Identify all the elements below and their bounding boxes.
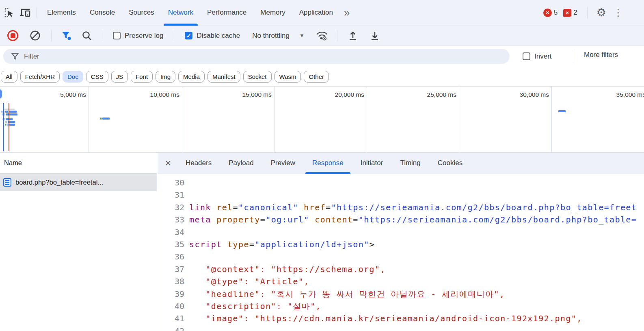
request-waterfall-bar[interactable]: [9, 111, 17, 113]
request-waterfall-bar[interactable]: [5, 111, 8, 113]
toolbar-divider: [174, 30, 174, 41]
code-line: 34: [158, 226, 644, 238]
tab-payload[interactable]: Payload: [220, 152, 262, 174]
tab-application[interactable]: Application: [292, 0, 340, 26]
code-line: 33meta property="og:url" content="https:…: [158, 213, 644, 226]
code-line: 39 "headline": "혹시 누가 똥 싸서 막힌건 아닐까요 - 세리…: [158, 288, 644, 300]
inspect-element-icon[interactable]: [2, 6, 16, 20]
tab-cookies[interactable]: Cookies: [429, 152, 471, 174]
response-code[interactable]: 303132link rel="canonical" href="https:/…: [158, 174, 644, 331]
line-number: 33: [158, 213, 184, 226]
issues-count: 2: [573, 9, 577, 17]
close-detail-icon[interactable]: ✕: [158, 159, 177, 168]
device-toolbar-icon[interactable]: [19, 6, 32, 20]
error-icon: ✕: [543, 9, 552, 17]
chip-wasm[interactable]: Wasm: [274, 71, 301, 83]
chip-img[interactable]: Img: [156, 71, 175, 83]
name-column-header[interactable]: Name: [0, 152, 157, 174]
chip-all[interactable]: All: [1, 71, 17, 83]
tab-preview[interactable]: Preview: [262, 152, 304, 174]
chip-font[interactable]: Font: [131, 71, 153, 83]
line-number: 39: [158, 288, 184, 300]
toolbar-divider: [37, 7, 37, 18]
code-text: "@context": "https://schema.org",: [189, 263, 386, 275]
line-number: 31: [158, 189, 184, 201]
code-line: 32link rel="canonical" href="https://ser…: [158, 201, 644, 213]
tab-response[interactable]: Response: [304, 152, 352, 174]
tab-headers[interactable]: Headers: [177, 152, 220, 174]
devtools-main-toolbar: Elements Console Sources Network Perform…: [0, 0, 644, 26]
timeline-gridline: [551, 87, 552, 152]
export-har-icon[interactable]: [369, 30, 380, 41]
tab-timing[interactable]: Timing: [391, 152, 429, 174]
tab-network[interactable]: Network: [161, 0, 200, 26]
request-row-selected[interactable]: board.php?bo_table=freetal...: [0, 174, 157, 191]
tab-sources[interactable]: Sources: [122, 0, 161, 26]
disable-cache-checkbox[interactable]: ✓: [185, 32, 192, 39]
code-line: 35script type="application/ld+json">: [158, 238, 644, 250]
tab-console[interactable]: Console: [83, 0, 122, 26]
request-waterfall-bar[interactable]: [5, 121, 7, 123]
more-filters-button[interactable]: More filters: [584, 51, 618, 59]
request-waterfall-bar[interactable]: [5, 124, 6, 126]
timeline-overview[interactable]: 5,000 ms10,000 ms15,000 ms20,000 ms25,00…: [0, 87, 644, 152]
chip-fetch-xhr[interactable]: Fetch/XHR: [20, 71, 60, 83]
requests-panel: Name board.php?bo_table=freetal...: [0, 152, 157, 331]
request-waterfall-bar[interactable]: [558, 110, 566, 112]
tab-elements[interactable]: Elements: [40, 0, 83, 26]
code-text: script type="application/ld+json">: [189, 238, 375, 250]
chip-doc[interactable]: Doc: [63, 71, 83, 83]
chip-media[interactable]: Media: [178, 71, 205, 83]
throttling-select[interactable]: No throttling ▼: [252, 32, 305, 40]
dom-content-loaded-line: [3, 103, 4, 151]
invert-checkbox[interactable]: [523, 52, 530, 60]
preserve-log-checkbox[interactable]: [113, 32, 121, 39]
tab-initiator[interactable]: Initiator: [352, 152, 392, 174]
invert-label[interactable]: Invert: [534, 52, 552, 61]
chip-other[interactable]: Other: [304, 71, 329, 83]
preserve-log-label[interactable]: Preserve log: [125, 32, 163, 40]
search-icon[interactable]: [82, 30, 92, 41]
chip-js[interactable]: JS: [111, 71, 128, 83]
import-har-icon[interactable]: [347, 30, 359, 41]
timeline-tick-label: 5,000 ms: [21, 91, 86, 98]
record-network-log-button[interactable]: [7, 30, 18, 41]
line-number: 37: [158, 263, 184, 275]
code-text: link rel="canonical" href="https://serie…: [189, 201, 637, 213]
disable-cache-label[interactable]: Disable cache: [197, 32, 240, 40]
overview-edge-marker: [0, 89, 2, 99]
chip-socket[interactable]: Socket: [243, 71, 272, 83]
settings-gear-icon[interactable]: ⚙: [596, 7, 606, 18]
issues-count-badge[interactable]: ✕ 2: [563, 9, 577, 17]
toolbar-divider: [587, 7, 588, 18]
toolbar-divider: [51, 30, 52, 41]
code-line: 36: [158, 250, 644, 263]
request-waterfall-bar[interactable]: [100, 118, 102, 120]
code-line: 40 "description": "설마",: [158, 300, 644, 312]
request-waterfall-bar[interactable]: [102, 118, 110, 120]
more-tabs-icon[interactable]: »: [340, 7, 353, 19]
toolbar-right-group: ✕ 5 ✕ 2 ⚙ ⋮: [543, 7, 625, 18]
code-text: "headline": "혹시 누가 똥 싸서 막힌건 아닐까요 - 세리에매니…: [189, 288, 505, 300]
code-text: "description": "설마",: [189, 300, 321, 312]
tab-performance[interactable]: Performance: [200, 0, 253, 26]
toolbar-divider: [102, 30, 102, 41]
network-conditions-icon[interactable]: [315, 30, 329, 41]
line-number: 40: [158, 300, 184, 312]
filter-input[interactable]: Filter: [3, 49, 510, 64]
request-name: board.php?bo_table=freetal...: [15, 179, 103, 186]
request-waterfall-bar[interactable]: [4, 109, 15, 110]
chip-manifest[interactable]: Manifest: [207, 71, 240, 83]
line-number: 38: [158, 275, 184, 287]
chip-css[interactable]: CSS: [86, 71, 108, 83]
dropdown-arrow-icon: ▼: [299, 33, 305, 39]
error-count-badge[interactable]: ✕ 5: [543, 9, 558, 17]
clear-network-log-icon[interactable]: [30, 30, 41, 41]
more-options-icon[interactable]: ⋮: [612, 8, 625, 17]
line-number: 42: [158, 325, 184, 331]
tab-memory[interactable]: Memory: [253, 0, 292, 26]
filter-funnel-icon[interactable]: [61, 30, 72, 41]
request-waterfall-bar[interactable]: [6, 113, 17, 115]
timeline-gridline: [459, 87, 459, 152]
request-waterfall-bar[interactable]: [9, 124, 15, 126]
